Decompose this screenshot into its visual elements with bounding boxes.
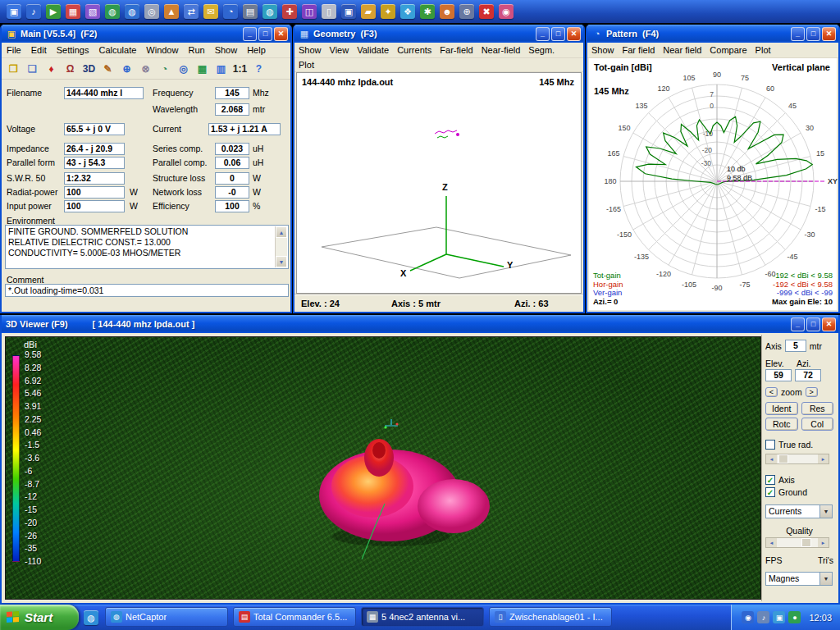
close-button[interactable]: ✕ [822,317,836,331]
chart-icon[interactable]: ▲ [164,4,179,19]
tray-update-icon[interactable]: ● [788,611,801,623]
ground-checkbox[interactable] [765,487,775,497]
tools-icon[interactable]: ✚ [282,4,297,19]
one-to-one-icon[interactable]: 1:1 [231,61,249,77]
close-button[interactable]: ✕ [274,27,288,41]
monitor-icon[interactable]: ▣ [341,4,356,19]
menu-item[interactable]: Far-field [436,45,477,55]
series-comp-input[interactable]: 0.023 [215,143,249,155]
task-zwischenablage[interactable]: ▯ Zwischenablage01 - I... [489,607,612,627]
rotation-slider[interactable]: ◄ ► [765,454,829,464]
slider-left-icon[interactable]: ◄ [766,538,777,547]
computer-icon[interactable]: ▣ [7,4,21,19]
menu-item[interactable]: View [326,45,354,55]
minimize-button[interactable]: _ [791,27,805,41]
menu-item[interactable]: Edit [26,45,52,55]
task-total-commander[interactable]: ▤ Total Commander 6.5... [233,607,356,627]
near-field-icon[interactable]: ⊗ [137,61,154,77]
impedance-icon[interactable]: Ω [62,61,79,77]
task-netcaptor[interactable]: ◍ NetCaptor [105,607,228,627]
structure-loss-input[interactable]: 0 [215,172,249,185]
dropdown-arrow-icon[interactable]: ▼ [819,505,832,518]
col-button[interactable]: Col [801,418,834,431]
current-input[interactable]: 1.53 + j 1.21 A [208,123,281,135]
network-loss-input[interactable]: -0 [215,186,249,199]
task-4nec2-group[interactable]: ▦ 5 4nec2 antenna vi... [361,607,484,627]
menu-item[interactable]: Run [183,45,209,55]
zoom-in-button[interactable]: > [806,387,818,397]
menu-item[interactable]: Show [210,45,243,55]
azi-input[interactable]: 72 [795,369,821,381]
document-icon[interactable]: ▯ [322,4,336,19]
geometry-titlebar[interactable]: ▦ Geometry (F3) _ □ ✕ [294,25,583,43]
dropdown-arrow-icon[interactable]: ▼ [819,573,832,585]
menu-item[interactable]: Settings [52,45,94,55]
maximize-button[interactable]: □ [806,317,820,331]
slider-thumb[interactable] [801,538,811,547]
far-field-icon[interactable]: ⊕ [118,61,135,77]
axis-input[interactable]: 5 [785,340,806,352]
start-button[interactable]: Start [0,605,79,630]
comment-input[interactable]: *.Out loading-time=0.031 [5,284,289,297]
menu-item[interactable]: Window [141,45,183,55]
users-icon[interactable]: ☻ [440,4,454,19]
help-icon[interactable]: ? [250,61,267,77]
leaf-icon[interactable]: ✱ [420,4,435,19]
ident-button[interactable]: Ident [765,402,798,415]
viewer-titlebar[interactable]: 3D Viewer (F9) [ 144-440 mhz lpda.out ] … [2,315,838,333]
geometry-canvas[interactable]: 144-440 mhz lpda.out 145 Mhz X Y Z [296,72,582,294]
maximize-button[interactable]: □ [806,27,820,41]
menu-item[interactable]: Near-field [477,45,525,55]
smith-chart-icon[interactable]: ◔ [156,61,173,77]
edit-icon[interactable]: ✎ [99,61,116,77]
antenna-icon[interactable]: ♦ [43,61,60,77]
globe-cyan-icon[interactable]: ◍ [262,4,277,19]
media-player-icon[interactable]: ▶ [46,4,61,19]
menu-item[interactable]: File [2,45,26,55]
viewer-3d-canvas[interactable]: dBi 9.588.286.925.463.912.250.46-1.5-3.6… [5,336,761,600]
rotc-button[interactable]: Rotc [765,418,798,431]
wavelength-input[interactable]: 2.068 [215,103,249,116]
settings-icon[interactable]: ⊕ [459,4,474,19]
zoom-out-button[interactable]: < [765,387,778,397]
display-icon[interactable]: ▦ [66,4,80,19]
pattern-titlebar[interactable]: ◔ Pattern (F4) _ □ ✕ [587,25,838,43]
menu-item[interactable]: Plot [294,60,318,70]
menu-item[interactable]: Compare [705,45,751,55]
menu-item[interactable]: Help [242,45,271,55]
quality-slider[interactable]: ◄ ► [765,537,829,548]
menu-item[interactable]: Currents [393,45,436,55]
menu-item[interactable]: Near field [659,45,705,55]
disk-icon[interactable]: ◫ [302,4,317,19]
folder-icon[interactable]: ▰ [361,4,376,19]
minimize-button[interactable]: _ [536,27,550,41]
frequency-input[interactable]: 145 [215,87,249,99]
tray-volume-icon[interactable]: ♪ [757,611,769,623]
efficiency-input[interactable]: 100 [215,200,249,212]
open-icon[interactable]: ❐ [5,61,22,77]
clock-icon[interactable]: ◔ [223,4,238,19]
scroll-up-icon[interactable]: ▲ [276,226,287,238]
minimize-button[interactable]: _ [791,317,805,331]
key-icon[interactable]: ✦ [381,4,395,19]
menu-item[interactable]: Segm. [524,45,559,55]
messenger-icon[interactable]: ❖ [400,4,415,19]
slider-thumb[interactable] [778,454,788,463]
camera-icon[interactable]: ◉ [499,4,514,19]
currents-dropdown[interactable]: Currents ▼ [765,504,833,518]
close-red-icon[interactable]: ✖ [479,4,494,19]
globe-blue-icon[interactable]: ◍ [125,4,139,19]
calculator-icon[interactable]: ▤ [243,4,258,19]
menu-item[interactable]: Far field [619,45,660,55]
main-titlebar[interactable]: ▣ Main [V5.5.4] (F2) _ □ ✕ [2,25,290,43]
mail-icon[interactable]: ✉ [203,4,218,19]
target-icon[interactable]: ◎ [175,61,192,77]
scroll-down-icon[interactable]: ▼ [276,256,287,267]
tv-icon[interactable]: ▧ [85,4,100,19]
magnes-dropdown[interactable]: Magnes ▼ [765,572,833,586]
maximize-button[interactable]: □ [258,27,272,41]
volume-icon[interactable]: ♪ [26,4,41,19]
slider-right-icon[interactable]: ► [818,538,829,547]
cd-icon[interactable]: ◎ [144,4,159,19]
true-rad-checkbox[interactable] [765,440,775,450]
